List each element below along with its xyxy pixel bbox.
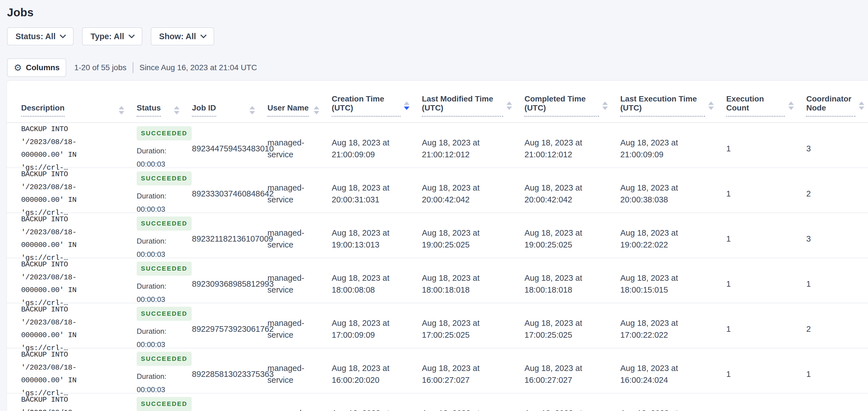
filter-dropdown[interactable]: Status: All bbox=[7, 27, 73, 46]
column-header-label: Last Execution Time (UTC) bbox=[620, 94, 705, 117]
filter-bar: Status: All Type: All Show: All bbox=[7, 27, 868, 46]
table-row[interactable]: BACKUP INTO '/2023/08/18- 000000.00' IN … bbox=[7, 348, 868, 393]
job-last-modified-time: Aug 18, 2023 at 16:00:27:027 bbox=[422, 362, 524, 386]
filter-dropdown[interactable]: Show: All bbox=[151, 27, 214, 46]
job-description[interactable]: BACKUP INTO '/2023/08/18- 000000.00' IN … bbox=[21, 348, 137, 400]
job-execution-count: 1 bbox=[726, 278, 806, 290]
sort-asc-icon bbox=[859, 101, 864, 105]
jobs-table-header: Description Status Job ID bbox=[7, 81, 868, 123]
sort-desc-icon bbox=[602, 107, 608, 110]
job-description[interactable]: BACKUP INTO '/2023/08/18- 000000.00' IN … bbox=[21, 213, 137, 264]
chevron-down-icon bbox=[128, 32, 135, 39]
job-execution-count: 1 bbox=[726, 143, 806, 154]
job-last-execution-time: Aug 18, 2023 at 20:00:38:038 bbox=[620, 182, 726, 206]
page-header: Jobs Status: All Type: All Show: All ⚙ C… bbox=[0, 0, 868, 77]
column-header[interactable]: User Name bbox=[268, 104, 332, 117]
sort-icons[interactable] bbox=[119, 106, 124, 114]
column-header[interactable]: Creation Time (UTC) bbox=[332, 94, 422, 117]
job-duration: Duration: 00:00:03 bbox=[137, 189, 182, 216]
column-header[interactable]: Last Execution Time (UTC) bbox=[620, 94, 726, 117]
sort-icons[interactable] bbox=[602, 101, 608, 110]
column-header[interactable]: Execution Count bbox=[726, 94, 806, 117]
column-header[interactable]: Description bbox=[21, 104, 137, 117]
sort-icons[interactable] bbox=[859, 101, 864, 110]
job-last-execution-time: Aug 18, 2023 at 16:00:24:024 bbox=[620, 362, 726, 386]
sort-desc-icon bbox=[174, 111, 180, 114]
column-header[interactable]: Job ID bbox=[192, 104, 268, 117]
job-creation-time: Aug 18, 2023 at 21:00:09:09 bbox=[332, 137, 422, 160]
table-toolbar: ⚙ Columns 1-20 of 55 jobs Since Aug 16, … bbox=[7, 58, 868, 77]
duration-value: 00:00:03 bbox=[137, 340, 165, 349]
job-execution-count: 1 bbox=[726, 323, 806, 335]
table-row[interactable]: BACKUP INTO '/2023/08/18- 000000.00' IN … bbox=[7, 258, 868, 303]
job-coordinator-node: 1 bbox=[806, 278, 868, 290]
sort-icons[interactable] bbox=[314, 106, 319, 114]
job-execution-count: 1 bbox=[726, 368, 806, 380]
page-title: Jobs bbox=[7, 6, 868, 19]
sort-asc-icon bbox=[708, 101, 714, 105]
job-duration: Duration: 00:00:03 bbox=[137, 280, 182, 306]
job-completed-time: Aug 18, 2023 at 18:00:18:018 bbox=[524, 272, 620, 296]
duration-label: Duration: bbox=[137, 147, 166, 155]
job-last-execution-time: Aug 18, 2023 at 21:00:09:09 bbox=[620, 137, 726, 160]
job-last-modified-time: Aug 18, 2023 at 20:00:42:042 bbox=[422, 182, 524, 206]
duration-label: Duration: bbox=[137, 372, 166, 381]
sort-desc-icon bbox=[708, 107, 714, 110]
job-creation-time: Aug 18, 2023 at 20:00:31:031 bbox=[332, 182, 422, 206]
table-row[interactable]: BACKUP INTO '/2023/08/18- 000000.00' IN … bbox=[7, 393, 868, 411]
sort-icons[interactable] bbox=[404, 101, 409, 110]
column-header[interactable]: Last Modified Time (UTC) bbox=[422, 94, 524, 117]
job-description[interactable]: BACKUP INTO '/2023/08/18- 000000.00' IN … bbox=[21, 168, 137, 219]
duration-value: 00:00:03 bbox=[137, 250, 165, 259]
jobs-table-card: Description Status Job ID bbox=[7, 81, 868, 411]
sort-icons[interactable] bbox=[249, 106, 255, 114]
sort-asc-icon bbox=[506, 101, 512, 105]
sort-icons[interactable] bbox=[506, 101, 512, 110]
job-duration: Duration: 00:00:03 bbox=[137, 370, 182, 397]
job-creation-time: Aug 18, 2023 at 19:00:13:013 bbox=[332, 227, 422, 251]
job-user-name: managed-service bbox=[268, 362, 332, 386]
column-header[interactable]: Completed Time (UTC) bbox=[524, 94, 620, 117]
sort-icons[interactable] bbox=[174, 106, 180, 114]
job-last-modified-time: Aug 18, 2023 at 15:00:08:08 bbox=[422, 407, 524, 411]
filter-dropdown-label: Status: All bbox=[16, 32, 56, 41]
sort-desc-icon bbox=[404, 107, 409, 110]
job-description[interactable]: BACKUP INTO '/2023/08/18- 000000.00' IN … bbox=[21, 393, 137, 411]
divider bbox=[133, 62, 133, 73]
filter-dropdown[interactable]: Type: All bbox=[82, 27, 142, 46]
job-last-execution-time: Aug 18, 2023 at 19:00:22:022 bbox=[620, 227, 726, 251]
column-header-label: Last Modified Time (UTC) bbox=[422, 94, 503, 117]
table-row[interactable]: BACKUP INTO '/2023/08/18- 000000.00' IN … bbox=[7, 213, 868, 258]
job-last-execution-time: Aug 18, 2023 at 18:00:15:015 bbox=[620, 272, 726, 296]
job-status-cell: SUCCEEDED Duration: 00:00:03 bbox=[137, 307, 192, 351]
job-completed-time: Aug 18, 2023 at 17:00:25:025 bbox=[524, 317, 620, 341]
job-last-modified-time: Aug 18, 2023 at 17:00:25:025 bbox=[422, 317, 524, 341]
job-duration: Duration: 00:00:03 bbox=[137, 325, 182, 351]
table-row[interactable]: BACKUP INTO '/2023/08/18- 000000.00' IN … bbox=[7, 303, 868, 348]
job-description[interactable]: BACKUP INTO '/2023/08/18- 000000.00' IN … bbox=[21, 123, 137, 174]
sort-icons[interactable] bbox=[788, 101, 794, 110]
job-id: 892333037460848642 bbox=[192, 188, 268, 200]
job-description[interactable]: BACKUP INTO '/2023/08/18- 000000.00' IN … bbox=[21, 258, 137, 310]
job-description[interactable]: BACKUP INTO '/2023/08/18- 000000.00' IN … bbox=[21, 303, 137, 355]
table-row[interactable]: BACKUP INTO '/2023/08/18- 000000.00' IN … bbox=[7, 168, 868, 213]
job-coordinator-node: 3 bbox=[806, 233, 868, 245]
sort-desc-icon bbox=[119, 111, 124, 114]
column-header[interactable]: Coordinator Node bbox=[806, 94, 868, 117]
job-duration: Duration: 00:00:03 bbox=[137, 235, 182, 261]
column-header[interactable]: Status bbox=[137, 104, 192, 117]
job-last-modified-time: Aug 18, 2023 at 21:00:12:012 bbox=[422, 137, 524, 160]
column-header-label: Status bbox=[137, 104, 161, 117]
jobs-count-text: 1-20 of 55 jobs bbox=[74, 63, 126, 72]
job-id: 892344759453483010 bbox=[192, 143, 268, 154]
sort-icons[interactable] bbox=[708, 101, 714, 110]
job-completed-time: Aug 18, 2023 at 20:00:42:042 bbox=[524, 182, 620, 206]
table-row[interactable]: BACKUP INTO '/2023/08/18- 000000.00' IN … bbox=[7, 123, 868, 168]
duration-value: 00:00:03 bbox=[137, 205, 165, 213]
job-last-modified-time: Aug 18, 2023 at 19:00:25:025 bbox=[422, 227, 524, 251]
job-status-cell: SUCCEEDED Duration: 00:00:03 bbox=[137, 216, 192, 261]
sort-desc-icon bbox=[506, 107, 512, 110]
status-badge: SUCCEEDED bbox=[137, 307, 192, 321]
columns-button[interactable]: ⚙ Columns bbox=[7, 58, 66, 77]
job-coordinator-node: 1 bbox=[806, 368, 868, 380]
